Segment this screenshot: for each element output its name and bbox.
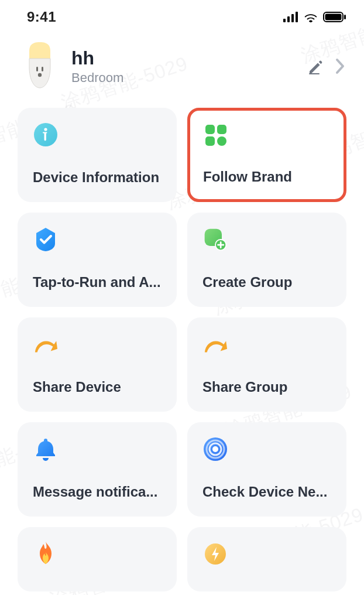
wifi-icon — [303, 11, 318, 23]
svg-point-16 — [217, 136, 226, 146]
device-header: hh Bedroom — [0, 30, 364, 108]
tile-share-device[interactable]: Share Device — [18, 317, 177, 412]
create-group-icon — [202, 227, 228, 252]
tile-partial-left[interactable] — [18, 527, 177, 591]
status-time: 9:41 — [27, 9, 56, 25]
tile-check-device-network[interactable]: Check Device Ne... — [187, 422, 346, 517]
edit-icon[interactable] — [307, 57, 324, 75]
svg-rect-10 — [309, 73, 320, 74]
tile-tap-to-run[interactable]: Tap-to-Run and A... — [18, 213, 177, 307]
svg-rect-0 — [283, 19, 286, 22]
svg-rect-5 — [325, 14, 342, 20]
tile-label: Follow Brand — [203, 169, 331, 185]
svg-rect-6 — [344, 15, 346, 19]
svg-rect-15 — [205, 136, 215, 146]
battery-icon — [323, 12, 346, 22]
device-plug-icon — [23, 42, 56, 90]
status-bar: 9:41 — [0, 0, 364, 30]
tile-label: Tap-to-Run and A... — [33, 274, 162, 290]
share-icon — [202, 331, 228, 357]
tile-device-information[interactable]: Device Information — [18, 108, 177, 202]
tiles-grid: Device Information Follow Brand Tap-to-R… — [0, 108, 364, 591]
device-room: Bedroom — [71, 70, 291, 86]
tile-label: Share Group — [202, 379, 331, 395]
svg-point-12 — [44, 128, 47, 131]
svg-rect-14 — [217, 125, 226, 134]
tile-message-notification[interactable]: Message notifica... — [18, 422, 177, 517]
info-icon — [33, 122, 59, 148]
svg-point-21 — [212, 446, 218, 452]
tile-partial-right[interactable] — [187, 527, 346, 591]
tile-label: Device Information — [33, 169, 162, 186]
svg-rect-2 — [291, 14, 294, 22]
svg-rect-7 — [36, 67, 38, 71]
device-name: hh — [71, 47, 291, 69]
tile-label: Share Device — [33, 379, 162, 395]
cellular-icon — [283, 12, 298, 22]
bell-icon — [33, 436, 59, 462]
tile-label: Check Device Ne... — [202, 484, 331, 500]
tile-label: Create Group — [202, 274, 331, 290]
tile-create-group[interactable]: Create Group — [187, 213, 346, 307]
automation-check-icon — [33, 227, 59, 252]
svg-rect-3 — [296, 12, 298, 22]
apps-icon — [203, 122, 229, 148]
network-icon — [202, 436, 228, 462]
share-icon — [33, 331, 59, 357]
tile-share-group[interactable]: Share Group — [187, 317, 346, 412]
tile-follow-brand[interactable]: Follow Brand — [187, 108, 346, 202]
flame-icon — [33, 541, 59, 567]
svg-rect-1 — [287, 16, 290, 22]
chevron-right-icon[interactable] — [335, 57, 345, 75]
bolt-circle-icon — [202, 541, 228, 567]
tile-label: Message notifica... — [33, 484, 162, 500]
svg-rect-8 — [42, 67, 43, 71]
svg-rect-13 — [205, 125, 215, 134]
svg-point-9 — [38, 73, 42, 77]
